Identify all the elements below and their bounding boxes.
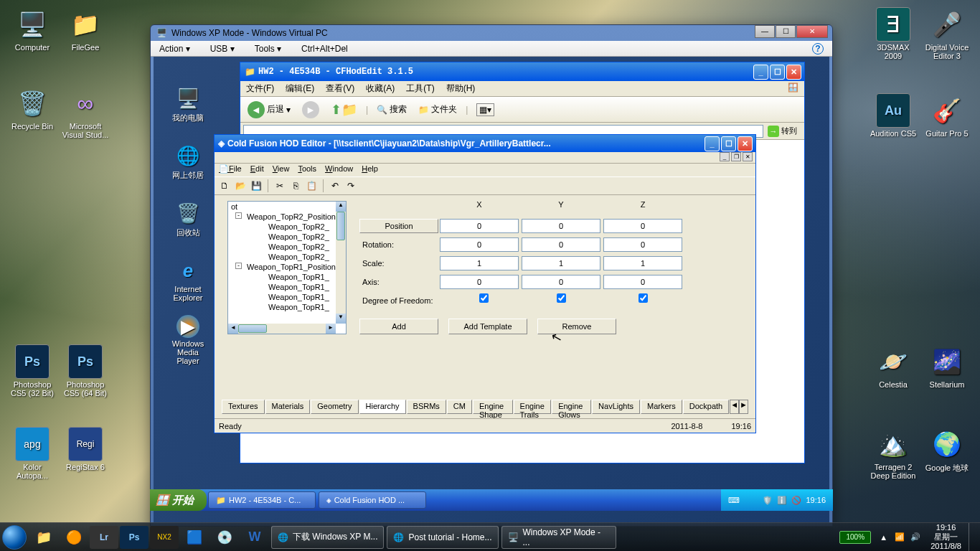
tree-item[interactable]: ot bbox=[228, 202, 346, 212]
tree-expander-icon[interactable]: - bbox=[235, 263, 242, 269]
scale-y-input[interactable] bbox=[522, 256, 600, 270]
desktop-visualstudio-icon[interactable]: ∞Microsoft Visual Stud... bbox=[60, 86, 110, 139]
explorer-titlebar[interactable]: 📁 HW2 - 4E534B - CFHodEdit 3.1.5 _ ☐ ✕ bbox=[240, 62, 804, 81]
tree-item[interactable]: Weapon_TopR2_ bbox=[228, 222, 346, 232]
desktop-ps32-icon[interactable]: PsPhotoshop CS5 (32 Bit) bbox=[7, 344, 57, 397]
tab-navlights[interactable]: NavLights bbox=[592, 400, 640, 414]
task-vm[interactable]: 🖥️ Windows XP Mode - ... bbox=[501, 526, 616, 549]
desktop-ps64-icon[interactable]: PsPhotoshop CS5 (64 Bit) bbox=[60, 344, 110, 397]
menu-favorites[interactable]: 收藏(A) bbox=[366, 83, 395, 95]
pinned-discs[interactable]: 💿 bbox=[210, 526, 239, 549]
tab-geometry[interactable]: Geometry bbox=[311, 400, 358, 414]
hod-minimize[interactable]: _ bbox=[705, 136, 720, 151]
tab-hierarchy[interactable]: Hierarchy bbox=[359, 400, 406, 414]
remove-button[interactable]: Remove bbox=[537, 319, 616, 334]
xp-clock[interactable]: 19:16 bbox=[806, 496, 826, 504]
tree-scrollbar-v[interactable]: ▲ ▼ bbox=[336, 202, 346, 324]
tab-bsrms[interactable]: BSRMs bbox=[407, 400, 446, 414]
task-ie-download[interactable]: 🌐 下载 Windows XP M... bbox=[271, 526, 384, 549]
rotation-x-input[interactable] bbox=[440, 237, 519, 252]
desktop-registax-icon[interactable]: RegiRegiStax 6 bbox=[60, 427, 110, 471]
xp-mycomputer-icon[interactable]: 🖥️我的电脑 bbox=[168, 85, 208, 123]
desktop-stellarium-icon[interactable]: 🌌Stellarium bbox=[922, 344, 972, 389]
tree-expander-icon[interactable]: - bbox=[235, 212, 242, 219]
tree-item[interactable]: Weapon_TopR1_ bbox=[228, 282, 346, 292]
desktop-celestia-icon[interactable]: 🪐Celestia bbox=[868, 344, 918, 389]
axis-x-input[interactable] bbox=[440, 275, 519, 289]
position-y-input[interactable] bbox=[522, 219, 600, 233]
tree-item[interactable]: -Weapon_TopR1_Position bbox=[228, 262, 346, 272]
hod-menu-edit[interactable]: Edit bbox=[250, 164, 264, 176]
desktop-voiceeditor-icon[interactable]: 🎤Digital Voice Editor 3 bbox=[922, 7, 972, 60]
menu-file[interactable]: 文件(F) bbox=[246, 83, 274, 95]
xp-recyclebin-icon[interactable]: 🗑️回收站 bbox=[168, 200, 208, 238]
desktop-googleearth-icon[interactable]: 🌍Google 地球 bbox=[922, 427, 972, 474]
show-desktop-button[interactable] bbox=[969, 523, 977, 552]
tree-item[interactable]: -Weapon_TopR2_Position bbox=[228, 212, 346, 222]
dof-z-checkbox[interactable] bbox=[639, 293, 648, 303]
menu-view[interactable]: 查看(V) bbox=[326, 83, 354, 95]
tree-item[interactable]: Weapon_TopR1_ bbox=[228, 272, 346, 282]
win7-clock[interactable]: 19:16 星期一 2011/8/8 bbox=[923, 523, 969, 551]
tray-volume-icon[interactable]: 🔊 bbox=[908, 532, 923, 542]
pinned-explorer[interactable]: 📁 bbox=[29, 526, 58, 549]
scale-z-input[interactable] bbox=[603, 256, 682, 270]
battery-indicator[interactable]: 100% bbox=[839, 531, 871, 544]
dof-x-checkbox[interactable] bbox=[479, 293, 489, 303]
tab-materials[interactable]: Materials bbox=[265, 400, 311, 414]
tree-item[interactable]: Weapon_TopR1_ bbox=[228, 302, 346, 312]
tray-chevron-icon[interactable]: ▲ bbox=[875, 533, 892, 542]
explorer-minimize[interactable]: _ bbox=[753, 65, 768, 80]
back-button[interactable]: ◄后退 ▾ bbox=[245, 100, 293, 120]
hod-menu-file[interactable]: File bbox=[229, 164, 242, 176]
task-ie-tutorial[interactable]: 🌐 Post tutorial - Home... bbox=[387, 526, 498, 549]
views-button[interactable]: ▦▾ bbox=[473, 102, 497, 118]
menu-tools[interactable]: 工具(T) bbox=[406, 83, 434, 95]
scroll-left-icon[interactable]: ◄ bbox=[228, 324, 238, 334]
xp-network-icon[interactable]: 🌐网上邻居 bbox=[168, 143, 208, 181]
pinned-app1[interactable]: 🟦 bbox=[180, 526, 209, 549]
tree-item[interactable]: Weapon_TopR1_ bbox=[228, 292, 346, 302]
tab-scroll-icon[interactable]: ◄ bbox=[730, 400, 739, 414]
menu-edit[interactable]: 编辑(E) bbox=[286, 83, 314, 95]
desktop-recyclebin-icon[interactable]: 🗑️Recycle Bin bbox=[7, 86, 57, 131]
hierarchy-tree[interactable]: ot-Weapon_TopR2_PositionWeapon_TopR2_Wea… bbox=[227, 201, 347, 334]
add-button[interactable]: Add bbox=[359, 319, 438, 334]
tree-item[interactable]: Weapon_TopR2_ bbox=[228, 252, 346, 262]
forward-button[interactable]: ► bbox=[299, 100, 322, 120]
scroll-right-icon[interactable]: ► bbox=[326, 324, 336, 334]
pinned-word[interactable]: W bbox=[240, 526, 269, 549]
hod-maximize[interactable]: ☐ bbox=[721, 136, 736, 151]
axis-y-input[interactable] bbox=[522, 275, 600, 289]
tree-scrollbar-h[interactable]: ◄ ► bbox=[228, 324, 336, 334]
scroll-thumb-h[interactable] bbox=[238, 324, 267, 333]
save-icon[interactable]: 💾 bbox=[249, 179, 263, 193]
add-template-button[interactable]: Add Template bbox=[448, 319, 527, 334]
scroll-down-icon[interactable]: ▼ bbox=[336, 314, 346, 324]
copy-icon[interactable]: ⎘ bbox=[288, 179, 303, 193]
paste-icon[interactable]: 📋 bbox=[304, 179, 319, 193]
mdi-close[interactable]: ✕ bbox=[743, 152, 753, 161]
tree-item[interactable]: Weapon_TopR2_ bbox=[228, 242, 346, 252]
dof-y-checkbox[interactable] bbox=[557, 293, 566, 303]
new-icon[interactable]: 🗋 bbox=[217, 179, 232, 193]
menu-usb[interactable]: USB ▾ bbox=[210, 44, 235, 54]
up-button[interactable]: ⬆📁 bbox=[328, 100, 360, 119]
tray-shield-icon[interactable]: 🛡️ bbox=[763, 496, 773, 505]
tray-info-icon[interactable]: ℹ️ bbox=[777, 496, 787, 505]
mdi-minimize[interactable]: _ bbox=[720, 152, 730, 161]
goto-button[interactable]: →转到 bbox=[763, 126, 801, 137]
xp-task-hod[interactable]: ◈ Cold Fusion HOD ... bbox=[319, 491, 426, 509]
menu-action[interactable]: Action ▾ bbox=[159, 44, 190, 54]
cut-icon[interactable]: ✂ bbox=[273, 179, 287, 193]
pinned-wmp[interactable]: 🟠 bbox=[60, 526, 88, 549]
explorer-maximize[interactable]: ☐ bbox=[770, 65, 785, 80]
menu-ctrlaltdel[interactable]: Ctrl+Alt+Del bbox=[301, 44, 348, 54]
desktop-terragen-icon[interactable]: 🏔️Terragen 2 Deep Edition bbox=[868, 427, 918, 480]
pinned-nx2[interactable]: NX2 bbox=[150, 526, 179, 549]
tab-cm[interactable]: CM bbox=[447, 400, 472, 414]
tab-textures[interactable]: Textures bbox=[222, 400, 265, 414]
start-orb[interactable] bbox=[0, 523, 29, 552]
search-button[interactable]: 🔍搜索 bbox=[374, 102, 410, 117]
mdi-doc-icon[interactable]: 📄 bbox=[219, 164, 229, 174]
